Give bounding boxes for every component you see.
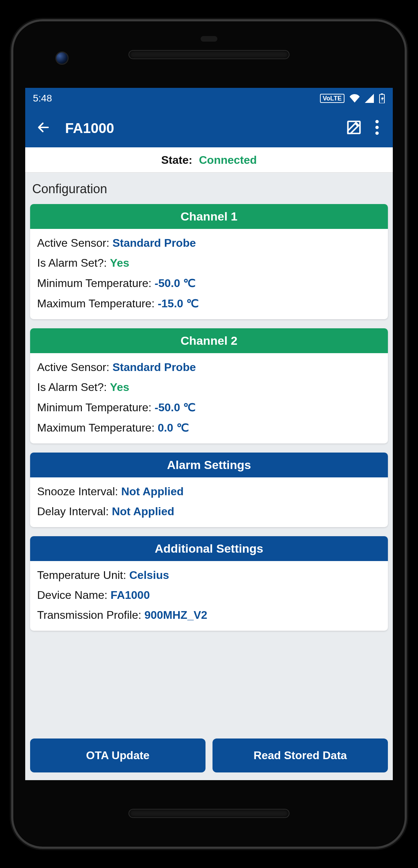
channel2-card: Channel 2 Active Sensor: Standard Probe … bbox=[30, 328, 388, 443]
svg-point-4 bbox=[375, 126, 379, 129]
svg-point-5 bbox=[375, 132, 379, 135]
value: Not Applied bbox=[121, 485, 183, 498]
svg-rect-2 bbox=[348, 121, 360, 134]
overflow-menu-button[interactable] bbox=[368, 115, 386, 141]
transmission-profile: Transmission Profile: 900MHZ_V2 bbox=[37, 605, 381, 625]
configuration-heading: Configuration bbox=[25, 173, 393, 204]
label: Is Alarm Set?: bbox=[37, 257, 110, 269]
ch1-min-temp: Minimum Temperature: -50.0 ℃ bbox=[37, 273, 381, 293]
device-name-row: Device Name: FA1000 bbox=[37, 585, 381, 605]
value: -15.0 ℃ bbox=[158, 297, 199, 310]
wifi-icon bbox=[349, 94, 360, 103]
screen: 5:48 VoLTE FA1000 bbox=[25, 88, 393, 780]
label: Maximum Temperature: bbox=[37, 297, 158, 310]
ch2-alarm-set: Is Alarm Set?: Yes bbox=[37, 377, 381, 397]
label: Snooze Interval: bbox=[37, 485, 121, 498]
value: Standard Probe bbox=[112, 361, 196, 373]
speaker bbox=[128, 809, 290, 818]
value: Yes bbox=[110, 257, 129, 269]
read-stored-data-button[interactable]: Read Stored Data bbox=[213, 738, 388, 772]
ch1-active-sensor: Active Sensor: Standard Probe bbox=[37, 233, 381, 253]
connection-state: State: Connected bbox=[25, 147, 393, 173]
channel1-card: Channel 1 Active Sensor: Standard Probe … bbox=[30, 204, 388, 319]
channel2-header: Channel 2 bbox=[30, 328, 388, 353]
label: Is Alarm Set?: bbox=[37, 381, 110, 393]
delay-interval: Delay Interval: Not Applied bbox=[37, 502, 381, 522]
label: Active Sensor: bbox=[37, 237, 112, 249]
value: -50.0 ℃ bbox=[155, 277, 196, 289]
front-camera bbox=[55, 51, 69, 65]
alarm-settings-header: Alarm Settings bbox=[30, 453, 388, 477]
earpiece bbox=[128, 50, 290, 59]
app-bar: FA1000 bbox=[25, 109, 393, 147]
state-label: State: bbox=[161, 154, 192, 166]
svg-rect-1 bbox=[381, 93, 383, 94]
channel1-header: Channel 1 bbox=[30, 204, 388, 229]
label: Minimum Temperature: bbox=[37, 401, 155, 414]
ota-update-button[interactable]: OTA Update bbox=[30, 738, 205, 772]
value: FA1000 bbox=[111, 589, 150, 601]
label: Minimum Temperature: bbox=[37, 277, 155, 289]
state-value: Connected bbox=[199, 154, 257, 166]
alarm-settings-card: Alarm Settings Snooze Interval: Not Appl… bbox=[30, 453, 388, 527]
label: Device Name: bbox=[37, 589, 111, 601]
clock: 5:48 bbox=[33, 93, 52, 104]
phone-bezel: 5:48 VoLTE FA1000 bbox=[11, 19, 407, 849]
additional-settings-card: Additional Settings Temperature Unit: Ce… bbox=[30, 536, 388, 631]
label: Active Sensor: bbox=[37, 361, 112, 373]
edit-button[interactable] bbox=[340, 115, 368, 141]
bottom-chin bbox=[13, 780, 405, 847]
battery-icon bbox=[379, 93, 385, 103]
top-chin bbox=[13, 21, 405, 88]
value: -50.0 ℃ bbox=[155, 401, 196, 414]
label: Delay Interval: bbox=[37, 505, 112, 518]
phone-frame: 5:48 VoLTE FA1000 bbox=[0, 0, 418, 868]
signal-icon bbox=[365, 94, 374, 103]
ch1-alarm-set: Is Alarm Set?: Yes bbox=[37, 253, 381, 273]
ch2-active-sensor: Active Sensor: Standard Probe bbox=[37, 357, 381, 377]
temp-unit: Temperature Unit: Celsius bbox=[37, 565, 381, 585]
ch2-min-temp: Minimum Temperature: -50.0 ℃ bbox=[37, 397, 381, 418]
ch2-max-temp: Maximum Temperature: 0.0 ℃ bbox=[37, 418, 381, 438]
value: Not Applied bbox=[112, 505, 174, 518]
status-icons: VoLTE bbox=[320, 93, 385, 103]
ch1-max-temp: Maximum Temperature: -15.0 ℃ bbox=[37, 293, 381, 314]
label: Transmission Profile: bbox=[37, 609, 144, 621]
value: 0.0 ℃ bbox=[158, 421, 189, 434]
bottom-action-bar: OTA Update Read Stored Data bbox=[25, 734, 393, 780]
snooze-interval: Snooze Interval: Not Applied bbox=[37, 482, 381, 502]
appbar-title: FA1000 bbox=[65, 120, 340, 136]
label: Temperature Unit: bbox=[37, 569, 129, 581]
svg-point-3 bbox=[375, 120, 379, 124]
status-bar: 5:48 VoLTE bbox=[25, 88, 393, 109]
config-content: Configuration Channel 1 Active Sensor: S… bbox=[25, 173, 393, 780]
value: Celsius bbox=[129, 569, 169, 581]
value: 900MHZ_V2 bbox=[144, 609, 207, 621]
value: Yes bbox=[110, 381, 129, 393]
volte-badge: VoLTE bbox=[320, 94, 344, 103]
additional-settings-header: Additional Settings bbox=[30, 536, 388, 561]
back-button[interactable] bbox=[32, 116, 55, 140]
label: Maximum Temperature: bbox=[37, 421, 158, 434]
value: Standard Probe bbox=[112, 237, 196, 249]
